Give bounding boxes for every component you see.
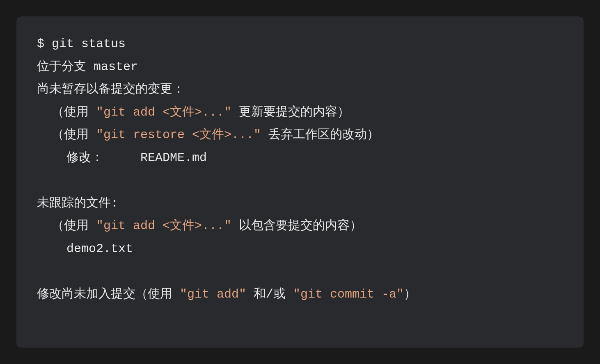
unstaged-header: 尚未暂存以备提交的变更： [37, 82, 185, 96]
hint-prefix: （使用 [37, 128, 96, 142]
untracked-header: 未跟踪的文件: [37, 196, 118, 210]
hint-suffix: 更新要提交的内容） [231, 105, 350, 119]
git-add-cmd: "git add" [180, 287, 246, 301]
hint-prefix: （使用 [37, 105, 96, 119]
terminal-output[interactable]: $ git status 位于分支 master 尚未暂存以备提交的变更： （使… [37, 33, 563, 306]
shell-prompt: $ [37, 37, 52, 51]
hint-suffix: 以包含要提交的内容） [231, 219, 362, 233]
untracked-filename: demo2.txt [37, 242, 133, 256]
branch-info: 位于分支 master [37, 60, 138, 74]
command-text: git status [52, 37, 126, 51]
git-restore-hint: "git restore <文件>..." [96, 128, 261, 142]
final-hint-suffix: ） [404, 287, 416, 301]
final-hint-mid: 和/或 [246, 287, 293, 301]
modified-filename: README.md [140, 151, 207, 165]
hint-prefix: （使用 [37, 219, 96, 233]
final-hint-prefix: 修改尚未加入提交（使用 [37, 287, 180, 301]
hint-suffix: 丢弃工作区的改动） [261, 128, 379, 142]
modified-label: 修改： [37, 151, 140, 165]
git-add-hint: "git add <文件>..." [96, 105, 231, 119]
git-add-hint: "git add <文件>..." [96, 219, 231, 233]
git-commit-cmd: "git commit -a" [293, 287, 404, 301]
terminal-window: $ git status 位于分支 master 尚未暂存以备提交的变更： （使… [16, 16, 584, 348]
